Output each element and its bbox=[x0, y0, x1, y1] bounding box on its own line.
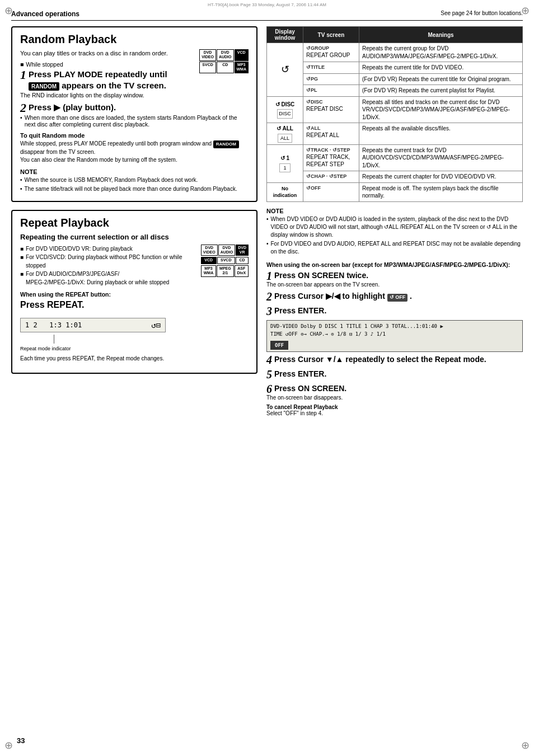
rbadge-asf: ASFDivX bbox=[235, 265, 249, 277]
table-row-off: Noindication ↺OFF Repeat mode is off. Th… bbox=[267, 182, 523, 201]
rbadge-cd: CD bbox=[236, 257, 249, 264]
display-bar-nums: 1 2 1:3 1:01 bbox=[25, 321, 82, 329]
r-step-5: 5 Press ENTER. bbox=[266, 369, 523, 380]
r-step-4-text: Press Cursor ▼/▲ repeatedly to select th… bbox=[266, 354, 523, 364]
while-stopped-item: ■ While stopped bbox=[20, 61, 195, 68]
tv-repeat-pg: ↺PG bbox=[303, 73, 359, 85]
step-2-text: Press ▶ (play button). bbox=[20, 102, 249, 113]
r-step-3-num: 3 bbox=[266, 306, 272, 317]
r-step-2: 2 Press Cursor ▶/◀ to highlight ↺ OFF . bbox=[266, 291, 523, 302]
page-number: 33 bbox=[17, 736, 25, 745]
repeat-playback-section: Repeat Playback Repeating the current se… bbox=[11, 210, 257, 374]
press-repeat-label: Press REPEAT. bbox=[20, 300, 249, 310]
display-no-indication: Noindication bbox=[267, 182, 303, 201]
badge-vcd: VCD bbox=[235, 49, 249, 61]
note-section: NOTE • When the source is USB MEMORY, Ra… bbox=[20, 168, 249, 193]
onscreen-line1: DVD-VIDEO Dolby D DISC 1 TITLE 1 CHAP 3 … bbox=[270, 322, 519, 330]
onscreen-off-label: OFF bbox=[270, 341, 288, 350]
header-left: Advanced operations bbox=[11, 10, 79, 18]
badge-dvd-video: DVDVIDEO bbox=[199, 49, 216, 61]
onscreen-line2: TIME ↺OFF ⊙→ CHAP.→ ⊙ 1/8 ⊟ 1/ 3 ♪ 1/1 bbox=[270, 330, 519, 338]
r-step-2-num: 2 bbox=[266, 291, 272, 302]
disc-type-1: ■ For DVD VIDEO/DVD VR: During playback bbox=[20, 245, 196, 253]
table-row-all: ↺ ALL ALL ↺ALL REPEAT ALL Repeats all th… bbox=[267, 123, 523, 145]
step-1: 1 Press PLAY MODE repeatedly until RANDO… bbox=[20, 69, 249, 98]
repeat-subtitle: Repeating the current selection or all d… bbox=[20, 233, 249, 241]
random-playback-badges: DVDVIDEO DVDAUDIO VCD SVCD CD MP3WMA bbox=[199, 49, 249, 73]
r-step-1-sub: The on-screen bar appears on the TV scre… bbox=[266, 281, 523, 288]
r-step-6-text: Press ON SCREEN. bbox=[266, 383, 523, 393]
when-onscreen-label: When using the on-screen bar (except for… bbox=[266, 261, 523, 268]
table-row-1a: ↺ 1 1 ↺TRACK · ↺STEP REPEAT TRACK,REPEAT… bbox=[267, 144, 523, 171]
disc-row-label: DISC bbox=[277, 109, 293, 118]
r-step-6: 6 Press ON SCREEN. The on-screen bar dis… bbox=[266, 383, 523, 401]
display-bar: 1 2 1:3 1:01 ↺⊟ bbox=[20, 318, 166, 332]
all-row-label: ALL bbox=[278, 134, 292, 143]
step2-bullet-text: When more than one discs are loaded, the… bbox=[25, 114, 249, 128]
r-step-2-text: Press Cursor ▶/◀ to highlight ↺ OFF . bbox=[266, 291, 523, 302]
tv-repeat-title: ↺TITLE bbox=[303, 62, 359, 74]
display-bar-icon: ↺⊟ bbox=[151, 321, 161, 330]
rbadge-dvd-video: DVDVIDEO bbox=[201, 245, 218, 256]
rbadge-dvd-audio: DVDAUDIO bbox=[218, 245, 236, 256]
r-step-3-text: Press ENTER. bbox=[266, 306, 523, 316]
r-step-1-text: Press ON SCREEN twice. bbox=[266, 270, 523, 280]
step-1-num: 1 bbox=[20, 69, 26, 81]
quit-random-section: To quit Random mode While stopped, press… bbox=[20, 132, 249, 163]
rbadge-dvd-vr: DVDVR bbox=[236, 245, 249, 256]
note-title: NOTE bbox=[20, 168, 249, 175]
note2-bullet-2: • For DVD VIDEO and DVD AUDIO, REPEAT AL… bbox=[266, 240, 523, 256]
table-row-group1: ↺ ↺GROUP REPEAT GROUP Repeats the curren… bbox=[267, 43, 523, 62]
meaning-repeat-chap: Repeats the current chapter for DVD VIDE… bbox=[359, 171, 523, 183]
disc-type-3: ■ For DVD AUDIO/CD/MP3/JPEG/ASF/MPEG-2/M… bbox=[20, 270, 196, 287]
rbadge-svcd: SVCD bbox=[217, 257, 235, 264]
disc-type-2: ■ For VCD/SVCD: During playback without … bbox=[20, 253, 196, 270]
meaning-repeat-pl: (For DVD VR) Repeats the current playlis… bbox=[359, 85, 523, 97]
rbadge-vcd: VCD bbox=[201, 257, 217, 264]
header-right: See page 24 for button locations. bbox=[441, 10, 523, 16]
step-2-num: 2 bbox=[20, 102, 26, 114]
r-step-5-num: 5 bbox=[266, 369, 272, 380]
file-info: HT-T90[A].book Page 33 Monday, August 7,… bbox=[208, 2, 326, 7]
note-section-2: NOTE • When DVD VIDEO or DVD AUDIO is lo… bbox=[266, 208, 523, 256]
repeat-table: Display window TV screen Meanings ↺ ↺GRO… bbox=[266, 26, 523, 202]
r-step-1-num: 1 bbox=[266, 270, 272, 281]
badge-mp3-wma: MP3WMA bbox=[235, 62, 249, 73]
random-playback-section: Random Playback DVDVIDEO DVDAUDIO VCD SV… bbox=[11, 26, 257, 202]
r-step-4: 4 Press Cursor ▼/▲ repeatedly to select … bbox=[266, 354, 523, 365]
right-column: Display window TV screen Meanings ↺ ↺GRO… bbox=[266, 26, 523, 416]
display-bar-container: 1 2 1:3 1:01 ↺⊟ Repeat mode indicator bbox=[20, 313, 249, 355]
note-text-2: The same title/track will not be played … bbox=[25, 185, 237, 193]
corner-mark-tl: ⊕ bbox=[4, 4, 13, 17]
th-display: Display window bbox=[267, 27, 303, 43]
meaning-repeat-disc: Repeats all titles and tracks on the cur… bbox=[359, 96, 523, 123]
meaning-repeat-all: Repeats all the available discs/files. bbox=[359, 123, 523, 145]
note2-bullet-1: • When DVD VIDEO or DVD AUDIO is loaded … bbox=[266, 215, 523, 239]
r-step-6-sub: The on-screen bar disappears. bbox=[266, 395, 523, 401]
onscreen-bar: DVD-VIDEO Dolby D DISC 1 TITLE 1 CHAP 3 … bbox=[266, 320, 523, 352]
tv-off: ↺OFF bbox=[303, 182, 359, 201]
r-step-3: 3 Press ENTER. bbox=[266, 306, 523, 317]
one-row-label: 1 bbox=[279, 163, 290, 172]
tv-repeat-chap: ↺CHAP · ↺STEP bbox=[303, 171, 359, 183]
corner-mark-br: ⊕ bbox=[521, 739, 530, 752]
repeat-display-sub: Each time you press REPEAT, the Repeat m… bbox=[20, 355, 249, 363]
tv-repeat-track: ↺TRACK · ↺STEP REPEAT TRACK,REPEAT STEP bbox=[303, 144, 359, 171]
when-using-repeat: When using the REPEAT button: bbox=[20, 291, 249, 298]
note-title-2: NOTE bbox=[266, 208, 523, 214]
tv-repeat-pl: ↺PL bbox=[303, 85, 359, 97]
note-bullet-2: • The same title/track will not be playe… bbox=[20, 185, 249, 193]
step-2: 2 Press ▶ (play button). • When more tha… bbox=[20, 102, 249, 129]
note-text-1: When the source is USB MEMORY, Random Pl… bbox=[25, 176, 198, 184]
th-meaning: Meanings bbox=[359, 27, 523, 43]
r-step-5-text: Press ENTER. bbox=[266, 369, 523, 379]
step2-bullet: • When more than one discs are loaded, t… bbox=[20, 114, 249, 128]
meaning-repeat-group: Repeats the current group for DVD AUDIO/… bbox=[359, 43, 523, 62]
display-icon-1: ↺ bbox=[267, 43, 303, 97]
corner-mark-bl: ⊕ bbox=[4, 739, 13, 752]
random-badge-2: RANDOM bbox=[213, 140, 239, 148]
r-step-4-num: 4 bbox=[266, 354, 272, 365]
to-cancel-text: Select "OFF" in step 4. bbox=[266, 410, 523, 416]
display-bar-label: Repeat mode indicator bbox=[20, 346, 71, 351]
badge-svcd: SVCD bbox=[199, 62, 216, 73]
